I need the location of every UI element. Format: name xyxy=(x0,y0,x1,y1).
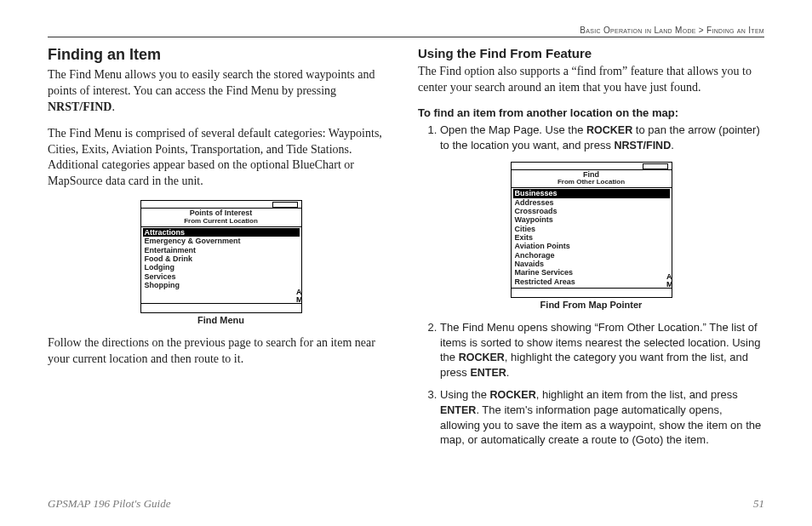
screen1-item-3: Food & Drink xyxy=(143,254,300,263)
screen1-item-2: Entertainment xyxy=(143,246,300,254)
intro-p1: The Find Menu allows you to easily searc… xyxy=(48,67,394,116)
page-footer: GPSMAP 196 Pilot's Guide 51 xyxy=(48,497,764,511)
breadcrumb-part-2: Finding an Item xyxy=(706,26,764,35)
subsection-title: Using the Find From Feature xyxy=(418,46,764,60)
screen1-item-1: Emergency & Government xyxy=(143,237,300,245)
steps-list: Open the Map Page. Use the ROCKER to pan… xyxy=(418,123,764,153)
screen1-caption: Find Menu xyxy=(48,315,394,325)
screen2-item-7: Anchorage xyxy=(513,251,670,260)
right-p1: The Find option also supports a “find fr… xyxy=(418,64,764,96)
intro-p2: The Find Menu is comprised of several de… xyxy=(48,126,394,191)
left-column: Finding an Item The Find Menu allows you… xyxy=(48,46,394,456)
step-1: Open the Map Page. Use the ROCKER to pan… xyxy=(440,123,764,153)
breadcrumb: Basic Operation in Land Mode > Finding a… xyxy=(48,26,764,35)
procedure-title: To find an item from another location on… xyxy=(418,106,764,119)
step-3: Using the ROCKER, highlight an item from… xyxy=(440,387,764,448)
screen2-list: Businesses Addresses Crossroads Waypoint… xyxy=(512,188,672,288)
screen2-item-1: Addresses xyxy=(513,198,670,207)
screen1-item-4: Lodging xyxy=(143,263,300,272)
screen2-item-2: Crossroads xyxy=(513,207,670,215)
breadcrumb-part-1: Basic Operation in Land Mode xyxy=(580,26,695,35)
step-2: The Find Menu opens showing “From Other … xyxy=(440,320,764,380)
right-column: Using the Find From Feature The Find opt… xyxy=(418,46,764,456)
screen2-item-10: Restricted Areas xyxy=(513,277,670,286)
follow-p3: Follow the directions on the previous pa… xyxy=(48,335,394,368)
find-from-screenshot: Find From Other Location Businesses Addr… xyxy=(511,162,672,299)
screen2-item-5: Exits xyxy=(513,233,670,242)
screen2-item-8: Navaids xyxy=(513,260,670,268)
screen2-item-9: Marine Services xyxy=(513,268,670,277)
screen2-item-6: Aviation Points xyxy=(513,242,670,250)
screen2-subtitle: From Other Location xyxy=(512,179,672,188)
screen1-list: Attractions Emergency & Government Enter… xyxy=(141,227,301,303)
section-title: Finding an Item xyxy=(48,46,394,64)
screen2-item-3: Waypoints xyxy=(513,215,670,224)
footer-title: GPSMAP 196 Pilot's Guide xyxy=(48,497,170,511)
header-rule xyxy=(48,37,764,37)
screen1-subtitle: From Current Location xyxy=(141,218,301,227)
screen1-item-5: Services xyxy=(143,272,300,281)
screen1-item-0: Attractions xyxy=(143,228,300,237)
screen2-item-0: Businesses xyxy=(513,189,670,197)
footer-pagenum: 51 xyxy=(753,497,764,511)
screen2-item-4: Cities xyxy=(513,225,670,233)
screen1-item-6: Shopping xyxy=(143,281,300,289)
steps-list-cont: The Find Menu opens showing “From Other … xyxy=(418,320,764,448)
screen2-caption: Find From Map Pointer xyxy=(418,300,764,310)
find-menu-screenshot: Points of Interest From Current Location… xyxy=(140,200,302,313)
